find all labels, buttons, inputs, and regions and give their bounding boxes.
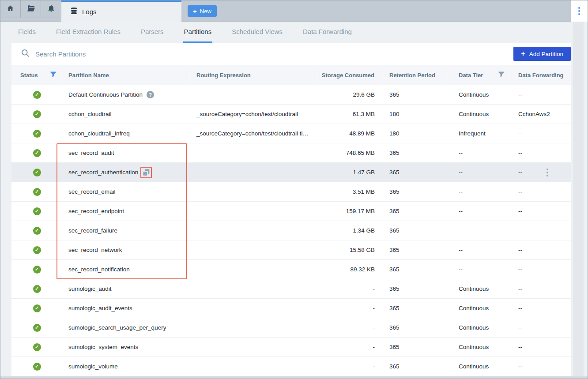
table-row[interactable]: ✓ sumologic_audit_events - 365 Continuou… xyxy=(11,299,571,318)
row-kebab-icon[interactable] xyxy=(547,169,548,176)
table-row[interactable]: ✓ cchon_cloudtrail _sourceCategory=cchon… xyxy=(11,105,571,124)
search-row: + Add Partition xyxy=(11,43,571,65)
section-tab-fields[interactable]: Fields xyxy=(17,22,37,43)
data-forwarding: -- xyxy=(518,344,522,350)
data-tier: -- xyxy=(459,247,463,253)
column-header-routing-expression[interactable]: Routing Expression xyxy=(190,69,318,81)
table-row[interactable]: ✓ sec_record_notification 89.32 KB 365 -… xyxy=(11,260,571,279)
data-forwarding: -- xyxy=(518,285,522,292)
folder-icon xyxy=(27,5,35,14)
storage-consumed: 3.51 MB xyxy=(353,188,375,195)
storage-consumed: - xyxy=(373,305,375,311)
data-tier: -- xyxy=(459,150,463,156)
partition-name: sec_record_network xyxy=(68,247,122,253)
add-partition-button[interactable]: + Add Partition xyxy=(513,47,571,61)
data-forwarding: -- xyxy=(518,324,522,331)
partition-name: sumologic_volume xyxy=(68,363,118,370)
partitions-panel: + Add Partition Status Partition Name Ro… xyxy=(11,43,571,376)
data-forwarding: -- xyxy=(518,363,522,370)
storage-consumed: - xyxy=(373,324,375,331)
status-ok-icon: ✓ xyxy=(33,343,41,351)
copy-icon[interactable] xyxy=(142,169,150,176)
table-row[interactable]: ✓ sumologic_search_usage_per_query - 365… xyxy=(11,318,571,338)
status-ok-icon: ✓ xyxy=(33,227,41,235)
data-tier: Continuous xyxy=(459,344,489,350)
data-tier: Continuous xyxy=(459,324,489,331)
storage-consumed: 48.89 MB xyxy=(349,130,375,137)
data-forwarding: -- xyxy=(518,91,522,98)
column-header-status[interactable]: Status xyxy=(11,69,62,81)
retention-period: 365 xyxy=(389,285,400,292)
data-forwarding: -- xyxy=(518,247,522,253)
section-tab-partitions[interactable]: Partitions xyxy=(183,22,213,43)
storage-consumed: 15.58 GB xyxy=(350,247,375,253)
retention-period: 180 xyxy=(389,111,400,117)
data-tier: -- xyxy=(459,266,463,273)
data-forwarding: -- xyxy=(518,130,522,137)
library-button[interactable] xyxy=(21,0,41,18)
table-row[interactable]: ✓ sec_record_network 15.58 GB 365 -- -- xyxy=(11,240,571,260)
status-ok-icon: ✓ xyxy=(33,188,41,196)
search-icon xyxy=(21,49,30,59)
table-header: Status Partition Name Routing Expression… xyxy=(11,65,571,85)
storage-consumed: 89.32 KB xyxy=(350,266,375,273)
new-button[interactable]: + New xyxy=(188,5,217,17)
section-tab-field-extraction-rules[interactable]: Field Extraction Rules xyxy=(55,22,121,43)
status-ok-icon: ✓ xyxy=(33,91,41,99)
status-ok-icon: ✓ xyxy=(33,324,41,332)
partition-name: sec_record_audit xyxy=(68,150,114,156)
table-row[interactable]: ✓ sec_record_email 3.51 MB 365 -- -- xyxy=(11,182,571,202)
retention-period: 365 xyxy=(389,208,400,214)
column-header-data-tier[interactable]: Data Tier xyxy=(447,69,510,81)
storage-consumed: - xyxy=(373,285,375,292)
status-ok-icon: ✓ xyxy=(33,304,41,312)
column-header-data-forwarding[interactable]: Data Forwarding xyxy=(510,69,571,81)
table-row[interactable]: ✓ sec_record_failure 1.34 GB 365 -- -- xyxy=(11,221,571,240)
data-tier: Continuous xyxy=(459,285,489,292)
retention-period: 365 xyxy=(389,344,400,350)
partition-name: Default Continuous Partition xyxy=(68,91,143,98)
table-row[interactable]: ✓ sec_record_audit 748.65 MB 365 -- -- xyxy=(11,143,571,163)
column-header-partition-name[interactable]: Partition Name xyxy=(62,69,190,81)
alerts-button[interactable] xyxy=(41,0,61,18)
filter-icon[interactable] xyxy=(498,71,505,79)
scrollbar-track[interactable] xyxy=(573,22,584,376)
status-ok-icon: ✓ xyxy=(33,246,41,254)
data-tier: -- xyxy=(459,188,463,195)
filter-icon-active[interactable] xyxy=(50,71,57,79)
data-tier: Continuous xyxy=(459,363,489,370)
storage-consumed: - xyxy=(373,344,375,350)
data-forwarding: -- xyxy=(518,169,522,176)
column-header-retention-period[interactable]: Retention Period xyxy=(383,69,447,81)
retention-period: 365 xyxy=(389,305,400,311)
section-tab-parsers[interactable]: Parsers xyxy=(140,22,165,43)
table-row[interactable]: ✓ sumologic_audit - 365 Continuous -- xyxy=(11,279,571,299)
help-icon[interactable]: ? xyxy=(147,91,154,98)
tab-logs[interactable]: Logs xyxy=(61,0,181,22)
data-tier: Infrequent xyxy=(459,130,486,137)
column-header-storage-consumed[interactable]: Storage Consumed xyxy=(318,69,383,81)
section-tab-data-forwarding[interactable]: Data Forwarding xyxy=(302,22,353,43)
retention-period: 365 xyxy=(389,227,400,234)
section-tab-scheduled-views[interactable]: Scheduled Views xyxy=(231,22,283,43)
tab-logs-label: Logs xyxy=(82,8,97,15)
table-row[interactable]: ✓ sec_record_authentication 1.47 GB 365 … xyxy=(11,163,571,182)
data-tier: -- xyxy=(459,227,463,234)
home-button[interactable] xyxy=(0,0,21,18)
partition-name: sumologic_search_usage_per_query xyxy=(68,324,166,331)
table-row[interactable]: ✓ sec_record_endpoint 159.17 MB 365 -- -… xyxy=(11,202,571,221)
database-icon xyxy=(70,7,78,16)
table-row[interactable]: ✓ sumologic_volume - 365 Continuous -- xyxy=(11,357,571,376)
storage-consumed: 159.17 MB xyxy=(346,208,375,214)
window-kebab-menu[interactable] xyxy=(571,0,588,22)
table-row[interactable]: ✓ sumologic_system_events - 365 Continuo… xyxy=(11,338,571,357)
search-input[interactable] xyxy=(34,50,220,58)
partition-name: sumologic_system_events xyxy=(68,344,138,350)
data-forwarding: CchonAws2 xyxy=(518,111,550,117)
table-row[interactable]: ✓ Default Continuous Partition ? 29.6 GB… xyxy=(11,85,571,105)
partition-name: sec_record_failure xyxy=(68,227,117,234)
partition-name: sumologic_audit xyxy=(68,285,112,292)
copy-annotation-box xyxy=(140,167,152,178)
bell-icon xyxy=(48,5,55,14)
table-row[interactable]: ✓ cchon_cloudtrail_infreq _sourceCategor… xyxy=(11,124,571,143)
